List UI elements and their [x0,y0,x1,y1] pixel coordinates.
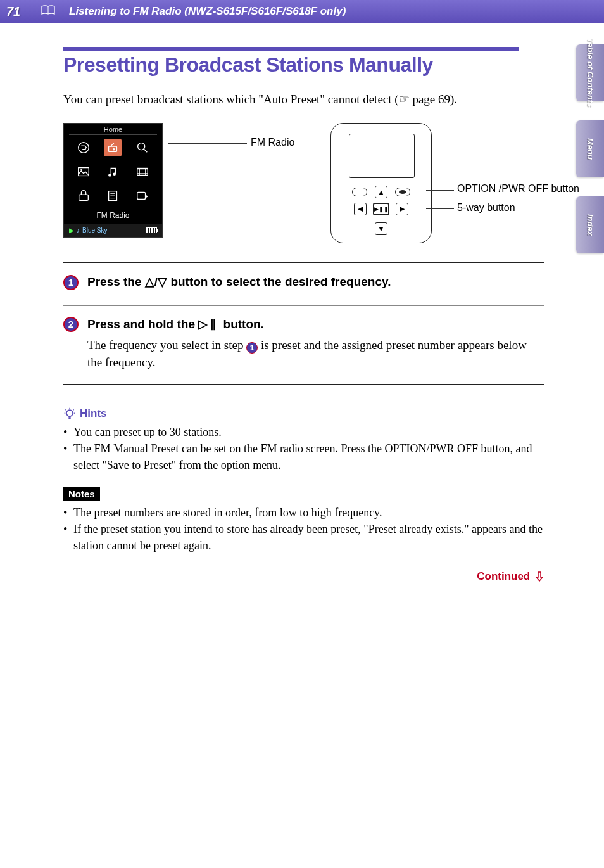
hint-item: You can preset up to 30 stations. [63,424,544,440]
step-2: 2 Press and hold the ▷𝍪 button. The freq… [63,316,544,380]
fm-radio-icon [104,139,122,156]
svg-line-3 [111,143,115,146]
right-button: ▶ [396,203,408,215]
continued-indicator: Continued [63,570,544,583]
svg-line-6 [144,148,148,152]
tab-contents[interactable]: Table of Contents [576,44,604,101]
step-2-number: 2 [63,317,79,332]
fiveway-lead-line [426,208,454,209]
chapter-title: Listening to FM Radio (NWZ-S615F/S616F/S… [69,5,346,18]
svg-rect-11 [137,168,148,175]
step-1-number: 1 [63,275,79,290]
fm-radio-callout: FM Radio [251,137,294,148]
option-button-callout: OPTION /PWR OFF button [457,183,579,195]
up-button: ▲ [375,186,387,198]
page-ref-icon: ☞ [399,93,410,106]
shuffle-icon [75,139,92,156]
page-number: 71 [6,4,41,19]
svg-point-10 [113,172,116,176]
home-screen-title: Home [64,124,162,133]
svg-point-9 [109,174,112,177]
photo-icon [75,163,92,181]
left-button: ◀ [354,203,367,215]
step-2-body: The frequency you select in step 1 is pr… [87,336,544,371]
svg-rect-7 [79,167,89,176]
search-icon [134,139,151,156]
notes-list: The preset numbers are stored in order, … [63,504,544,554]
figure-row: Home FM Radio ▶ ♪ Blue Sky [63,123,544,243]
option-button [395,188,410,196]
bulb-icon [63,407,76,420]
side-tabs: Table of Contents Menu Index [576,44,604,253]
hint-item: The FM Manual Preset can be set on the F… [63,440,544,473]
svg-point-8 [80,169,82,170]
page-title: Presetting Broadcast Stations Manually [63,53,544,77]
note-item: The preset numbers are stored in order, … [63,504,544,521]
svg-point-4 [113,148,115,150]
home-footer: ▶ ♪ Blue Sky [64,224,162,237]
step-1: 1 Press the △/▽ button to select the des… [63,274,544,302]
title-rule [63,47,519,51]
intro-paragraph: You can preset broadcast stations which … [63,91,544,109]
now-playing-text: ▶ ♪ Blue Sky [69,227,107,234]
music-icon [104,163,122,181]
hints-list: You can preset up to 30 stations. The FM… [63,424,544,473]
step-separator [63,305,544,306]
step-2-heading: Press and hold the ▷𝍪 button. [87,316,544,333]
back-button [352,188,367,196]
note-item: If the preset station you intend to stor… [63,521,544,554]
book-icon [41,5,55,18]
svg-point-23 [66,410,73,416]
option-lead-line [426,190,454,191]
svg-line-27 [65,409,66,410]
steps-bottom-rule [63,384,544,385]
steps-top-rule [63,262,544,263]
page-content: Presetting Broadcast Stations Manually Y… [0,23,604,608]
svg-line-28 [73,409,73,410]
play-pause-button: ▶❚❚ [373,203,389,215]
notes-heading: Notes [63,487,100,501]
device-screen [349,134,415,178]
svg-point-22 [399,190,406,194]
svg-rect-2 [109,146,117,151]
svg-rect-16 [79,195,89,200]
svg-point-1 [79,142,89,153]
hints-heading: Hints [63,407,544,420]
playlist-icon [104,187,122,205]
battery-icon [146,227,157,233]
video-icon [134,163,151,181]
home-menu-label: FM Radio [64,208,162,224]
tab-index[interactable]: Index [576,196,604,253]
page-header: 71 Listening to FM Radio (NWZ-S615F/S616… [0,0,604,23]
home-screen-figure: Home FM Radio ▶ ♪ Blue Sky [63,123,163,238]
fm-lead-line [168,143,247,144]
settings-icon [75,187,92,205]
continued-arrow-icon [535,571,544,582]
inline-step-ref: 1 [246,342,258,354]
fiveway-button-callout: 5-way button [457,202,515,214]
down-button: ▼ [375,222,387,235]
now-playing-icon [134,187,151,205]
tab-menu[interactable]: Menu [576,120,604,177]
svg-rect-21 [137,192,146,199]
step-1-heading: Press the △/▽ button to select the desir… [87,274,544,289]
device-figure: ▲ ◀ ▶❚❚ ▶ ▼ [330,123,432,243]
home-icon-grid [64,135,162,208]
